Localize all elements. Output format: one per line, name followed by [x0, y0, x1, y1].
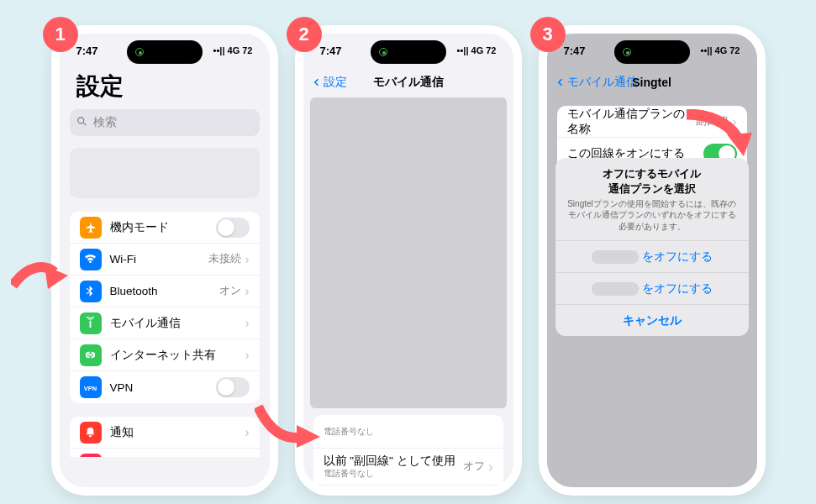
action-sheet-main: オフにするモバイル 通信プランを選択 Singtelプランの使用を開始するには、… [555, 158, 749, 337]
sheet-subtitle: Singtelプランの使用を開始するには、既存のモバイル通信プランのいずれかをオ… [555, 198, 749, 241]
step-badge-1: 1 [43, 17, 78, 52]
status-right: ••|| 4G 72 [457, 45, 497, 55]
status-time: 7:47 [76, 45, 98, 57]
chevron-left-icon [312, 76, 322, 88]
row-sub: 電話番号なし [324, 469, 464, 479]
settings-row-airplane[interactable]: 機内モード [70, 212, 260, 244]
row-label: 通知 [110, 425, 245, 440]
row-value: オフ [463, 459, 485, 474]
row-label: VPN [110, 381, 216, 394]
speaker-icon [80, 454, 102, 458]
step-badge-3: 3 [530, 17, 566, 52]
settings-row-wifi[interactable]: Wi-Fi未接続› [70, 244, 260, 276]
bell-icon [80, 422, 102, 444]
dynamic-island [371, 40, 446, 64]
arrow-2 [255, 402, 322, 452]
settings-row-bell[interactable]: 通知› [70, 417, 260, 449]
airplane-icon [80, 217, 102, 239]
antenna-icon [80, 312, 102, 334]
dynamic-island [127, 40, 203, 64]
settings-row-link[interactable]: インターネット共有› [70, 339, 260, 371]
phone-1: 7:47 ••|| 4G 72 設定 検索 機内モードWi-Fi未接続›Blue… [51, 25, 278, 496]
chevron-right-icon: › [245, 457, 249, 458]
chevron-right-icon: › [245, 252, 249, 267]
row-value: 未接続 [208, 252, 241, 266]
settings-row-bt[interactable]: Bluetoothオン› [70, 276, 260, 307]
phone-3: 7:47 ••|| 4G 72 モバイル通信 Singtel モバイル通信プラン… [539, 25, 766, 496]
dynamic-island [614, 40, 690, 64]
sheet-option-2[interactable]: をオフにする [555, 272, 749, 304]
page-title: 設定 [70, 67, 260, 109]
row-sub: 電話番号なし [324, 427, 493, 437]
wifi-icon [80, 249, 102, 270]
sheet-title: オフにするモバイル 通信プランを選択 [555, 158, 749, 198]
row-label: 以前 "副回線" として使用 [324, 454, 464, 468]
step-badge-2: 2 [287, 17, 322, 52]
search-icon [76, 116, 88, 130]
arrow-3 [682, 109, 757, 160]
chevron-right-icon: › [488, 459, 492, 475]
group-connectivity: 機内モードWi-Fi未接続›Bluetoothオン›モバイル通信›インターネット… [70, 212, 260, 403]
phone-2: 7:47 ••|| 4G 72 設定 モバイル通信 電話番号なし 以前 "副回 [295, 25, 522, 496]
arrow-1 [11, 252, 70, 294]
vpn-icon [80, 376, 102, 398]
nav-title: モバイル通信 [373, 75, 444, 90]
redacted-plan [592, 250, 639, 264]
add-esim-button[interactable]: eSIMを追加 [313, 486, 503, 487]
apple-id-card[interactable] [70, 148, 260, 198]
search-input[interactable]: 検索 [70, 109, 260, 136]
row-label: 機内モード [110, 220, 216, 235]
settings-row-vpn[interactable]: VPN [70, 371, 260, 403]
scroll-area-redacted [310, 97, 507, 408]
group-sounds: 通知›サウンドと触覚›集中モード›スクリーンタイム› [70, 417, 260, 457]
sim-group: 電話番号なし 以前 "副回線" として使用 電話番号なし オフ › eSIMを追… [313, 415, 503, 487]
row-value: オン [219, 284, 241, 298]
status-time: 7:47 [320, 45, 342, 57]
chevron-right-icon: › [245, 425, 249, 440]
bt-icon [80, 281, 102, 302]
sheet-option-1[interactable]: をオフにする [555, 240, 749, 272]
sim-row-prev[interactable]: 電話番号なし [313, 415, 503, 449]
row-label: インターネット共有 [110, 348, 245, 363]
toggle[interactable] [216, 218, 250, 238]
search-placeholder: 検索 [93, 115, 117, 130]
row-label: モバイル通信 [110, 316, 245, 331]
toggle[interactable] [216, 377, 250, 397]
sheet-cancel[interactable]: キャンセル [555, 304, 749, 336]
row-label: サウンドと触覚 [110, 457, 245, 458]
nav-bar: 設定 モバイル通信 [303, 67, 513, 97]
action-sheet: オフにするモバイル 通信プランを選択 Singtelプランの使用を開始するには、… [547, 34, 757, 487]
settings-row-speaker[interactable]: サウンドと触覚› [70, 449, 260, 457]
redacted-plan [592, 282, 639, 296]
sim-row-secondary[interactable]: 以前 "副回線" として使用 電話番号なし オフ › [313, 449, 503, 486]
status-right: ••|| 4G 72 [213, 45, 253, 55]
chevron-right-icon: › [245, 348, 249, 363]
chevron-right-icon: › [245, 316, 249, 331]
link-icon [80, 344, 102, 366]
chevron-right-icon: › [245, 284, 249, 299]
row-label: Wi-Fi [110, 253, 209, 265]
row-label: Bluetooth [110, 285, 220, 297]
settings-row-antenna[interactable]: モバイル通信› [70, 307, 260, 339]
back-button[interactable]: 設定 [312, 75, 347, 90]
